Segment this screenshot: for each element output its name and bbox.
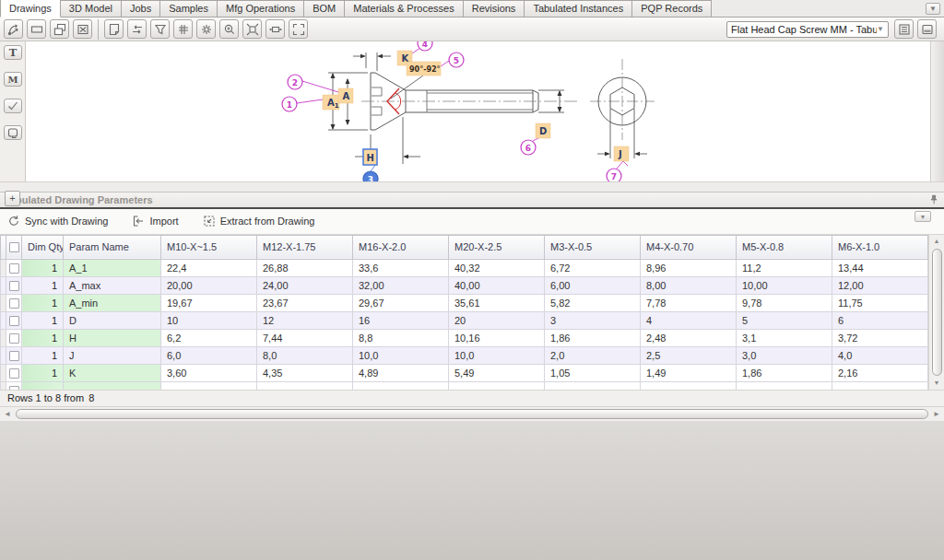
param-value-cell[interactable]: 3,72 [832, 329, 928, 346]
param-value-cell[interactable]: 4 [641, 311, 737, 329]
swap-horizontal-button[interactable] [127, 19, 147, 39]
scroll-up-icon[interactable]: ▲ [934, 235, 940, 248]
param-value-cell[interactable]: 3,60 [161, 364, 257, 381]
param-value-cell[interactable]: 8,8 [353, 329, 449, 346]
zoom-in-button[interactable]: + [5, 191, 20, 206]
dim-qty-cell[interactable]: 1 [22, 329, 64, 346]
param-value-cell[interactable]: 6,0 [161, 346, 257, 364]
drawing-horizontal-scrollbar[interactable] [0, 181, 944, 192]
param-value-cell[interactable]: 10,16 [449, 329, 545, 346]
params-column-header[interactable]: Param Name [64, 235, 161, 259]
dim-qty-cell[interactable]: 1 [22, 346, 64, 364]
param-value-cell[interactable]: 8,96 [641, 259, 737, 276]
sync-button[interactable]: Sync with Drawing [7, 215, 108, 228]
balloon-3[interactable]: 3 [363, 171, 378, 181]
param-value-cell[interactable]: 12 [257, 311, 353, 329]
frame-button[interactable] [27, 19, 46, 39]
tab-drawings[interactable]: Drawings [0, 0, 61, 18]
param-value-cell[interactable]: 5,82 [545, 294, 641, 311]
param-value-cell[interactable]: 2,0 [545, 346, 641, 364]
param-value-cell[interactable]: 24,00 [257, 276, 353, 294]
param-value-cell[interactable]: 10,00 [737, 276, 832, 294]
param-value-cell[interactable]: 11,75 [832, 294, 928, 311]
param-value-cell[interactable]: 32,00 [353, 276, 449, 294]
drawing-vertical-scrollbar[interactable] [930, 41, 944, 181]
label-A[interactable]: A [338, 88, 353, 103]
tab-revisions[interactable]: Revisions [463, 0, 525, 17]
tab-pqp-records[interactable]: PQP Records [631, 0, 712, 17]
params-column-header[interactable]: M10-X~1.5 [161, 235, 257, 259]
measure-tool-button[interactable]: M [4, 72, 22, 87]
row-checkbox[interactable] [6, 276, 22, 294]
param-value-cell[interactable]: 23,67 [257, 294, 353, 311]
param-value-cell[interactable]: 10,0 [353, 346, 449, 364]
drawing-selector-dropdown[interactable]: Flat Head Cap Screw MM - Tabulated Sa...… [726, 21, 889, 38]
extract-button[interactable]: Extract from Drawing [203, 215, 315, 228]
import-button[interactable]: Import [132, 215, 178, 228]
label-A1[interactable]: A1 [323, 95, 339, 110]
tab-mfg-operations[interactable]: Mfg Operations [217, 0, 304, 17]
tab-tabulated-instances[interactable]: Tabulated Instances [524, 0, 632, 17]
select-all-checkbox[interactable] [6, 235, 22, 259]
dim-qty-cell[interactable]: 1 [22, 364, 64, 381]
param-value-cell[interactable]: 8,0 [257, 346, 353, 364]
param-name-cell[interactable]: A_1 [64, 259, 161, 276]
param-value-cell[interactable]: 5 [737, 311, 832, 329]
param-value-cell[interactable]: 33,6 [353, 259, 449, 276]
pan-view-button[interactable] [266, 19, 285, 39]
param-value-cell[interactable]: 4,35 [257, 364, 353, 381]
param-value-cell[interactable]: 4,89 [353, 364, 449, 381]
param-name-cell[interactable]: D [64, 311, 161, 329]
fullscreen-button[interactable] [289, 19, 308, 39]
param-value-cell[interactable]: 8,00 [641, 276, 737, 294]
zoom-fit-button[interactable] [242, 19, 262, 39]
param-value-cell[interactable]: 3,1 [737, 329, 832, 346]
param-name-cell[interactable]: H [64, 329, 161, 346]
balloon-4[interactable]: 4 [418, 41, 432, 51]
param-name-cell[interactable]: A_max [64, 276, 161, 294]
dim-qty-cell[interactable]: 1 [22, 276, 64, 294]
label-cone-angle[interactable]: 90°-92° [407, 62, 441, 76]
param-value-cell[interactable]: 11,2 [737, 259, 832, 276]
row-checkbox[interactable] [6, 294, 22, 311]
param-value-cell[interactable]: 5,49 [449, 364, 545, 381]
param-value-cell[interactable]: 6,00 [545, 276, 641, 294]
param-value-cell[interactable]: 26,88 [257, 259, 353, 276]
balloon-6[interactable]: 6 [521, 140, 536, 155]
panel-layout-button[interactable] [917, 19, 937, 39]
properties-list-button[interactable] [894, 19, 914, 39]
tab-materials-processes[interactable]: Materials & Processes [344, 0, 463, 17]
tab-overflow-button[interactable]: ▼ [926, 3, 940, 15]
param-name-cell[interactable]: K [64, 364, 161, 381]
stamp-tool-button[interactable] [4, 125, 22, 140]
param-name-cell[interactable]: A_min [64, 294, 161, 311]
param-value-cell[interactable]: 6,2 [161, 329, 257, 346]
param-value-cell[interactable]: 3,0 [737, 346, 832, 364]
settings-button[interactable] [196, 19, 216, 39]
param-value-cell[interactable]: 10 [161, 311, 257, 329]
param-value-cell[interactable]: 10,0 [449, 346, 545, 364]
param-value-cell[interactable]: 1,86 [737, 364, 832, 381]
grid-button[interactable] [173, 19, 193, 39]
balloon-7[interactable]: 7 [607, 169, 621, 181]
note-button[interactable] [104, 19, 124, 39]
pin-icon[interactable] [928, 194, 939, 205]
row-checkbox[interactable] [6, 364, 22, 381]
param-value-cell[interactable]: 9,78 [737, 294, 832, 311]
tab-bom[interactable]: BOM [303, 0, 345, 17]
dim-qty-cell[interactable]: 1 [22, 311, 64, 329]
param-name-cell[interactable]: J [64, 346, 161, 364]
param-value-cell[interactable]: 19,67 [161, 294, 257, 311]
zoom-in-button[interactable] [219, 19, 239, 39]
param-value-cell[interactable]: 4,0 [832, 346, 928, 364]
dim-qty-cell[interactable]: 1 [22, 294, 64, 311]
panel-dropdown-button[interactable]: ▼ [914, 211, 931, 222]
params-column-header[interactable]: M12-X-1.75 [257, 235, 353, 259]
tab-samples[interactable]: Samples [159, 0, 218, 17]
param-value-cell[interactable]: 20,00 [161, 276, 257, 294]
param-value-cell[interactable]: 13,44 [832, 259, 928, 276]
scroll-left-icon[interactable]: ◄ [0, 410, 15, 418]
param-value-cell[interactable]: 35,61 [449, 294, 545, 311]
param-value-cell[interactable]: 7,44 [257, 329, 353, 346]
params-column-header[interactable]: M4-X-0.70 [641, 235, 737, 259]
